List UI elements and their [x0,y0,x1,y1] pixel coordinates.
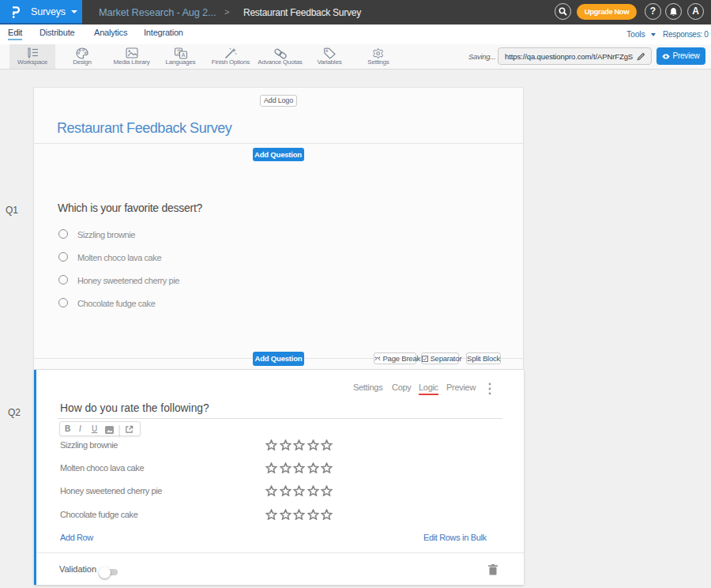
svg-text:A: A [181,52,185,58]
